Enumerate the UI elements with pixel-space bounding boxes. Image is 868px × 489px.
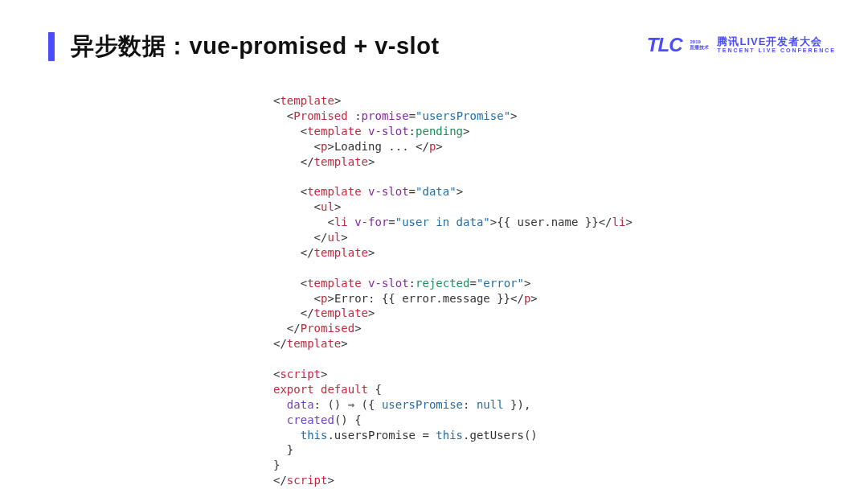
logo-tlc: TLC	[647, 34, 682, 56]
logo-text-main: 腾讯LIVE开发者大会	[717, 36, 836, 48]
logo-text-sub: TENCENT LIVE CONFERENCE	[717, 47, 836, 54]
code-block: <template> <Promised :promise="usersProm…	[273, 93, 868, 488]
slide-title: 异步数据：vue-promised + v-slot	[48, 31, 440, 63]
conference-logo: TLC 2019直播技术 腾讯LIVE开发者大会 TENCENT LIVE CO…	[647, 34, 836, 56]
logo-badge: 2019直播技术	[690, 39, 709, 50]
title-accent-bar	[48, 32, 55, 61]
title-text: 异步数据：vue-promised + v-slot	[71, 31, 440, 63]
logo-text: 腾讯LIVE开发者大会 TENCENT LIVE CONFERENCE	[717, 36, 836, 55]
